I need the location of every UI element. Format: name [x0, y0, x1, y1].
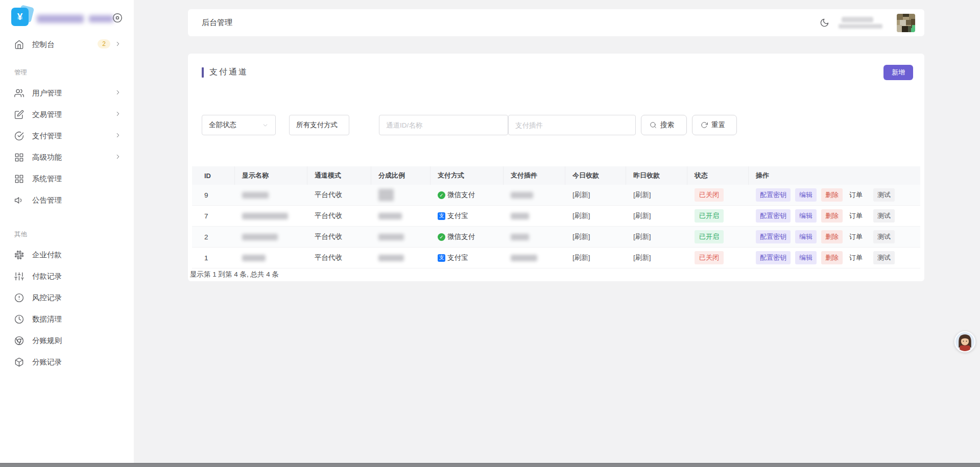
test-button[interactable]: 测试	[873, 251, 895, 264]
cell-display-name-blurred	[235, 248, 307, 268]
sidebar-item-split-rules[interactable]: 分账规则	[0, 330, 134, 351]
topbar-right	[820, 14, 915, 32]
app-logo[interactable]: ¥	[11, 7, 32, 27]
cell-channel-mode: 平台代收	[307, 227, 371, 247]
search-icon	[650, 121, 657, 129]
moon-icon[interactable]	[820, 18, 829, 28]
edit-button[interactable]: 编辑	[795, 251, 817, 264]
col-header-yesterday-income: 昨日收款	[626, 166, 687, 185]
edit-button[interactable]: 编辑	[795, 230, 817, 243]
horizontal-scrollbar[interactable]	[0, 463, 980, 467]
status-select-value: 全部状态	[209, 120, 236, 130]
plugin-input[interactable]	[508, 115, 636, 135]
orders-button[interactable]: 订单	[847, 251, 865, 264]
refresh-link[interactable]: [刷新]	[633, 253, 651, 262]
sidebar-item-system[interactable]: 系统管理	[0, 168, 134, 189]
refresh-link[interactable]: [刷新]	[572, 190, 590, 200]
wechat-pay-icon: ✓	[438, 191, 445, 199]
orders-button[interactable]: 订单	[847, 188, 865, 202]
sidebar-item-payout-records[interactable]: 付款记录	[0, 265, 134, 287]
sidebar-item-payments[interactable]: 支付管理	[0, 125, 134, 146]
test-button[interactable]: 测试	[873, 188, 895, 202]
support-floating-avatar[interactable]	[954, 331, 976, 353]
cell-actions: 配置密钥 编辑 删除 订单 测试	[749, 227, 920, 247]
cell-actions: 配置密钥 编辑 删除 订单 测试	[749, 206, 920, 226]
cell-actions: 配置密钥 编辑 删除 订单 测试	[749, 185, 920, 205]
cell-pay-plugin-blurred	[504, 185, 565, 205]
sidebar-item-label: 系统管理	[32, 174, 62, 184]
refresh-link[interactable]: [刷新]	[572, 211, 590, 220]
sidebar-collapse-button[interactable]	[112, 13, 123, 23]
sidebar-item-label: 付款记录	[32, 272, 62, 281]
table-row: 7 平台代收 支 支付宝 [刷新] [刷新] 已开启 配置密钥 编辑 删除 订单…	[192, 206, 920, 227]
refresh-link[interactable]: [刷新]	[633, 211, 651, 220]
cell-split-ratio-blurred	[371, 248, 431, 268]
add-button[interactable]: 新增	[883, 65, 913, 80]
cell-pay-method: 支 支付宝	[431, 248, 504, 268]
cell-yesterday-income: [刷新]	[626, 206, 687, 226]
refresh-link[interactable]: [刷新]	[633, 232, 651, 241]
cell-status: 已关闭	[687, 248, 749, 268]
configure-keys-button[interactable]: 配置密钥	[756, 209, 791, 223]
sidebar-item-label: 控制台	[32, 40, 55, 50]
sidebar: ¥ 控制台 2 管理 用户管理 交易管理 支付管理 高级功能	[0, 0, 134, 467]
delete-button[interactable]: 删除	[821, 188, 843, 202]
orders-button[interactable]: 订单	[847, 209, 865, 223]
sidebar-item-announcements[interactable]: 公告管理	[0, 189, 134, 211]
sidebar-item-label: 交易管理	[32, 110, 62, 119]
sidebar-item-transactions[interactable]: 交易管理	[0, 104, 134, 125]
sidebar-item-dashboard[interactable]: 控制台 2	[0, 34, 134, 55]
pay-method-label: 支付宝	[447, 253, 468, 262]
configure-keys-button[interactable]: 配置密钥	[756, 230, 791, 243]
user-avatar[interactable]	[897, 14, 915, 32]
delete-button[interactable]: 删除	[821, 209, 843, 223]
clock-icon	[14, 314, 24, 324]
test-button[interactable]: 测试	[873, 230, 895, 243]
sidebar-item-split-records[interactable]: 分账记录	[0, 351, 134, 373]
home-icon	[14, 40, 24, 50]
search-button[interactable]: 搜索	[641, 115, 687, 135]
disc-icon	[112, 13, 123, 23]
status-badge: 已关闭	[695, 251, 724, 264]
test-button[interactable]: 测试	[873, 209, 895, 223]
edit-button[interactable]: 编辑	[795, 209, 817, 223]
yen-logo-icon: ¥	[11, 8, 29, 26]
sidebar-item-data-cleanup[interactable]: 数据清理	[0, 308, 134, 330]
status-select[interactable]: 全部状态	[202, 115, 276, 135]
payment-channel-panel: 支付通道 新增 全部状态 所有支付方式 搜索 重置 ID 显示名称 通道模式 分…	[188, 54, 924, 281]
panel-title: 支付通道	[209, 67, 248, 78]
refresh-link[interactable]: [刷新]	[572, 232, 590, 241]
delete-button[interactable]: 删除	[821, 230, 843, 243]
sidebar-item-advanced[interactable]: 高级功能	[0, 146, 134, 168]
edit-button[interactable]: 编辑	[795, 188, 817, 202]
username-blurred	[838, 15, 889, 31]
pay-method-select[interactable]: 所有支付方式	[289, 115, 349, 135]
chevron-right-icon	[114, 89, 122, 96]
dashboard-badge: 2	[98, 39, 110, 48]
reset-button[interactable]: 重置	[692, 115, 737, 135]
filter-bar: 全部状态 所有支付方式 搜索 重置	[202, 115, 912, 135]
configure-keys-button[interactable]: 配置密钥	[756, 188, 791, 202]
sidebar-section-label: 其他	[0, 217, 134, 244]
delete-button[interactable]: 删除	[821, 251, 843, 264]
channel-id-input[interactable]	[379, 115, 508, 135]
refresh-link[interactable]: [刷新]	[572, 253, 590, 262]
orders-button[interactable]: 订单	[847, 230, 865, 243]
col-header-id: ID	[192, 166, 235, 185]
refresh-link[interactable]: [刷新]	[633, 190, 651, 200]
page-breadcrumb-title: 后台管理	[202, 18, 232, 28]
sidebar-item-label: 高级功能	[32, 153, 62, 162]
col-header-split-ratio: 分成比例	[371, 166, 431, 185]
table-pagination-summary: 显示第 1 到第 4 条, 总共 4 条	[190, 270, 279, 279]
chevron-right-icon	[114, 153, 122, 160]
blurred-text	[842, 17, 873, 22]
col-header-pay-plugin: 支付插件	[504, 166, 565, 185]
speaker-icon	[14, 195, 24, 205]
cell-split-ratio-blurred	[371, 185, 431, 205]
sidebar-item-users[interactable]: 用户管理	[0, 82, 134, 104]
configure-keys-button[interactable]: 配置密钥	[756, 251, 791, 264]
sidebar-item-risk-records[interactable]: 风控记录	[0, 287, 134, 308]
box-icon	[14, 357, 24, 367]
sidebar-item-enterprise-payout[interactable]: 企业付款	[0, 244, 134, 265]
col-header-channel-mode: 通道模式	[307, 166, 371, 185]
